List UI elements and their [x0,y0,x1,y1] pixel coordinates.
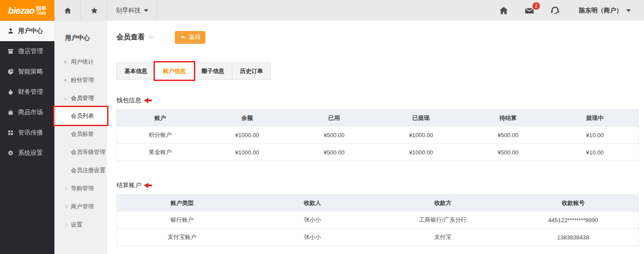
wallet-table-header-row: 账户 余额 已用 已提现 待结算 提现中 [117,110,639,127]
settlement-table-header-row: 账户类型 收款人 收款方 收款账号 [117,195,639,212]
topbar-spacer [157,0,498,21]
wallet-col-header: 提现中 [551,110,639,127]
wallet-cell: ¥500.00 [465,144,552,161]
tab-history-orders[interactable]: 历史订单 [232,62,271,80]
submenu-item-label: 会员列表 [71,112,94,120]
settlement-section-title: 结算账户 [116,181,141,189]
submenu-item-label: 会员注册设置 [71,166,105,174]
chevron-right-icon [64,187,71,190]
settlement-cell: 张小小 [247,212,378,229]
sidebar-item-finance-management[interactable]: 财务管理 [0,82,54,102]
submenu-item-member-level[interactable]: 会员等级管理 [54,143,107,161]
topbar-right: 2 陈东明（商户） [498,0,644,21]
submenu-item-label: 会员等级管理 [71,148,105,156]
settlement-cell: 1383838438 [508,229,639,246]
submenu-item-merchant-management[interactable]: 商户管理 [54,197,107,216]
settlement-col-header: 收款方 [378,195,508,212]
secondary-sidebar: 用户中心 用户统计 粉丝管理 会员管理 会员列表 会员标签 会员等级管理 会员注… [54,21,107,254]
table-row: 奖金账户 ¥1000.00 ¥500.00 ¥1000.00 ¥500.00 ¥… [117,144,639,161]
table-row: 积分账户 ¥1000.00 ¥500.00 ¥1000.00 ¥500.00 ¥… [117,127,639,144]
annotation-arrow-icon [144,183,152,188]
sidebar-item-smart-strategy[interactable]: 智能策略 [0,62,54,82]
settlement-col-header: 收款人 [247,195,378,212]
wallet-table: 账户 余额 已用 已提现 待结算 提现中 积分账户 ¥1000.00 ¥500.… [116,109,639,161]
submenu-item-label: 用户统计 [71,58,94,66]
company-dropdown[interactable]: 别早科技 [108,0,157,21]
submenu-item-fans-management[interactable]: 粉丝管理 [54,71,107,89]
brand-logo-cn: 别早 [36,6,46,11]
headset-icon [550,5,560,16]
sidebar-item-shop-management[interactable]: 微店管理 [0,41,54,62]
shopping-bag-icon [7,109,14,116]
annotation-arrow-icon [144,98,152,103]
submenu-item-label: 设置 [71,221,82,229]
table-row: 银行账户 张小小 工商银行/广东分行 445122********9990 [117,212,639,229]
sidebar-item-news-spread[interactable]: 资讯传播 [0,123,54,143]
submenu-item-guide-management[interactable]: 导购管理 [54,179,107,197]
messages-button[interactable]: 2 [524,5,535,16]
wallet-cell: 积分账户 [117,127,204,144]
wallet-cell: ¥500.00 [291,127,378,144]
submenu-item-user-stats[interactable]: 用户统计 [54,53,107,71]
wallet-cell: ¥500.00 [291,144,378,161]
user-menu[interactable]: 陈东明（商户） [579,7,631,15]
home-button[interactable] [498,5,509,16]
wallet-section-label: 钱包信息 [116,96,639,104]
company-name: 别早科技 [116,7,141,15]
topbar: biezao 别早 .com 别早科技 2 陈东明（商户） [0,0,644,21]
submenu-item-settings[interactable]: 设置 [54,216,107,234]
star-icon [90,6,99,15]
chevron-right-icon [64,205,71,208]
page-title: 会员查看 [116,33,145,42]
page-header: 会员查看 ☆ 返回 [116,31,639,44]
brand-logo-stack: 别早 .com [36,6,46,15]
support-button[interactable] [550,5,560,16]
sidebar-item-label: 用户中心 [18,27,43,35]
submenu-item-member-management[interactable]: 会员管理 [54,89,107,107]
brand-logo-com: .com [36,11,46,15]
submenu-item-member-tags[interactable]: 会员标签 [54,125,107,143]
settlement-col-header: 账户类型 [117,195,247,212]
primary-sidebar: 用户中心 微店管理 智能策略 财务管理 商品市场 资讯传播 系统设置 [0,21,54,254]
submenu-item-label: 商户管理 [71,203,94,211]
sidebar-item-label: 资讯传播 [18,129,43,137]
sidebar-item-goods-market[interactable]: 商品市场 [0,102,54,123]
favorite-star-icon[interactable]: ☆ [148,33,154,41]
tab-basic-info[interactable]: 基本信息 [116,62,155,80]
grid-icon [7,129,14,136]
chevron-down-icon [64,97,71,100]
sidebar-item-label: 系统设置 [18,149,43,157]
submenu-item-member-register[interactable]: 会员注册设置 [54,161,107,179]
tab-account-info[interactable]: 账户信息 [155,62,194,80]
storefront-icon [7,48,14,55]
settlement-table: 账户类型 收款人 收款方 收款账号 银行账户 张小小 工商银行/广东分行 445… [116,194,639,246]
submenu-item-label: 粉丝管理 [71,76,94,84]
gear-icon [7,150,14,157]
settlement-section-label: 结算账户 [116,181,639,189]
settlement-cell: 银行账户 [117,212,247,229]
favorites-shortcut-button[interactable] [81,0,108,21]
sidebar-item-system-settings[interactable]: 系统设置 [0,143,54,163]
sidebar-item-user-center[interactable]: 用户中心 [0,21,54,41]
settlement-cell: 支付宝 [378,229,508,246]
wallet-cell: ¥10.00 [551,144,639,161]
back-button[interactable]: 返回 [175,31,205,44]
submenu-item-label: 导购管理 [71,185,94,192]
bullet-dot-icon [64,79,71,81]
settlement-col-header: 收款账号 [508,195,639,212]
tab-circle-info[interactable]: 圈子信息 [193,62,232,80]
sidebar-item-label: 智能策略 [18,68,43,76]
wallet-cell: ¥1000.00 [378,127,465,144]
person-icon [7,27,14,35]
brand-logo[interactable]: biezao 别早 .com [0,0,54,21]
back-button-label: 返回 [189,33,201,41]
settlement-cell: 445122********9990 [508,212,639,229]
brand-logo-text: biezao [8,5,34,16]
bullet-dot-icon [64,61,71,63]
money-bag-icon [7,89,14,96]
wallet-cell: ¥1000.00 [204,144,291,161]
main-content: 会员查看 ☆ 返回 基本信息 账户信息 圈子信息 历史订单 钱包信息 账户 余额… [107,21,644,254]
home-shortcut-button[interactable] [54,0,81,21]
wallet-col-header: 账户 [117,110,204,127]
submenu-item-member-list[interactable]: 会员列表 [54,107,107,125]
